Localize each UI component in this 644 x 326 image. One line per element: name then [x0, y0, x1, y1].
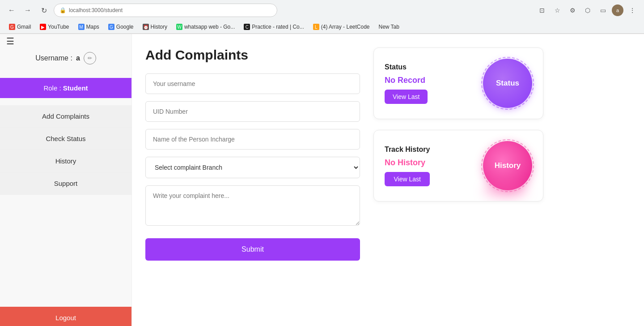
whatsapp-favicon: W — [176, 24, 182, 30]
maps-favicon: M — [78, 24, 85, 30]
bookmark-leetcode[interactable]: L (4) Array - LeetCode — [309, 22, 373, 31]
bookmark-history-label: History — [151, 24, 167, 30]
uid-input[interactable] — [145, 101, 360, 122]
history-no-history: No History — [385, 158, 430, 167]
app-container: Username : a ✏ Role : Student Add Compla… — [0, 34, 644, 326]
status-no-record: No Record — [385, 76, 428, 85]
bookmark-newtab-label: New Tab — [379, 24, 399, 30]
bookmark-practice[interactable]: C Practice - rated | Co... — [240, 22, 308, 31]
bookmark-google-label: Google — [116, 24, 134, 30]
branch-select[interactable]: Select complaint Branch Computer Science… — [145, 157, 360, 178]
status-circle: Status — [483, 59, 532, 108]
url-text: localhost:3000/student — [69, 7, 123, 13]
uid-field-group — [145, 101, 360, 122]
browser-chrome: ← → ↻ 🔒 localhost:3000/student ⊡ ☆ ⚙ ⬡ ▭… — [0, 0, 644, 34]
extension2-icon[interactable]: ⬡ — [581, 4, 594, 17]
sidebar-header: Username : a ✏ — [9, 47, 123, 78]
hamburger-menu[interactable]: ☰ — [6, 36, 14, 47]
status-section-label: Status — [385, 63, 428, 71]
forward-button[interactable]: → — [21, 4, 34, 17]
pencil-icon: ✏ — [88, 55, 92, 61]
bookmark-newtab[interactable]: New Tab — [375, 22, 403, 31]
history-favicon: ⏰ — [143, 24, 149, 30]
window-icon[interactable]: ▭ — [597, 4, 609, 17]
submit-button[interactable]: Submit — [145, 238, 360, 261]
form-section: Add Complaints Select complaint Branch C… — [145, 47, 360, 315]
nav-add-complaints[interactable]: Add Complaints — [0, 105, 131, 128]
role-label: Role : — [43, 84, 61, 92]
complaint-field-group — [145, 185, 360, 227]
status-view-last-button[interactable]: View Last — [385, 90, 428, 104]
bookmark-gmail[interactable]: G Gmail — [5, 22, 34, 31]
leetcode-favicon: L — [313, 24, 319, 30]
practice-favicon: C — [244, 24, 250, 30]
menu-icon[interactable]: ⋮ — [626, 4, 639, 17]
status-card: Status No Record View Last Status — [373, 47, 543, 119]
youtube-favicon: ▶ — [40, 24, 46, 30]
main-content: Add Complaints Select complaint Branch C… — [132, 34, 644, 326]
bookmark-practice-label: Practice - rated | Co... — [252, 24, 304, 30]
bookmark-icon[interactable]: ☆ — [551, 4, 564, 17]
username-input[interactable] — [145, 73, 360, 94]
sidebar: Username : a ✏ Role : Student Add Compla… — [0, 34, 132, 326]
history-section-label: Track History — [385, 146, 430, 154]
edit-username-button[interactable]: ✏ — [84, 52, 96, 64]
bookmark-whatsapp-label: whatsapp web - Go... — [184, 24, 235, 30]
username-field-group — [145, 73, 360, 94]
user-avatar[interactable]: a — [612, 4, 623, 16]
person-incharge-field-group — [145, 129, 360, 150]
cast-icon[interactable]: ⊡ — [536, 4, 548, 17]
branch-field-group: Select complaint Branch Computer Science… — [145, 157, 360, 178]
bookmark-leetcode-label: (4) Array - LeetCode — [321, 24, 370, 30]
bookmark-gmail-label: Gmail — [17, 24, 31, 30]
hamburger-icon: ☰ — [6, 36, 14, 46]
nav-check-status[interactable]: Check Status — [0, 128, 131, 150]
bookmark-maps-label: Maps — [86, 24, 99, 30]
address-bar[interactable]: 🔒 localhost:3000/student — [54, 4, 277, 17]
back-button[interactable]: ← — [5, 4, 18, 17]
bookmark-history[interactable]: ⏰ History — [139, 22, 171, 31]
history-view-last-button[interactable]: View Last — [385, 172, 430, 186]
browser-toolbar: ← → ↻ 🔒 localhost:3000/student ⊡ ☆ ⚙ ⬡ ▭… — [0, 0, 644, 21]
bookmark-youtube[interactable]: ▶ YouTube — [36, 22, 72, 31]
role-badge: Role : Student — [0, 78, 131, 98]
history-glow — [483, 181, 528, 199]
history-card: Track History No History View Last Histo… — [373, 130, 543, 202]
complaint-textarea[interactable] — [145, 185, 360, 226]
form-title: Add Complaints — [145, 47, 360, 63]
person-incharge-input[interactable] — [145, 129, 360, 150]
bookmark-youtube-label: YouTube — [48, 24, 69, 30]
history-card-left: Track History No History View Last — [385, 146, 430, 186]
gmail-favicon: G — [9, 24, 15, 30]
logout-button[interactable]: Logout — [0, 307, 131, 326]
google-favicon: G — [108, 24, 114, 30]
username-value: a — [76, 54, 80, 62]
bookmarks-bar: G Gmail ▶ YouTube M Maps G Google ⏰ Hist… — [0, 21, 644, 34]
refresh-button[interactable]: ↻ — [38, 4, 50, 17]
browser-icons: ⊡ ☆ ⚙ ⬡ ▭ a ⋮ — [536, 4, 639, 17]
role-value: Student — [63, 84, 88, 92]
bookmark-google[interactable]: G Google — [105, 22, 137, 31]
cards-section: Status No Record View Last Status Track … — [373, 47, 543, 315]
nav-support[interactable]: Support — [0, 172, 131, 195]
bookmark-maps[interactable]: M Maps — [75, 22, 103, 31]
extension-icon[interactable]: ⚙ — [566, 4, 579, 17]
nav-history[interactable]: History — [0, 150, 131, 172]
status-card-left: Status No Record View Last — [385, 63, 428, 104]
lock-icon: 🔒 — [59, 7, 66, 13]
bookmark-whatsapp[interactable]: W whatsapp web - Go... — [173, 22, 238, 31]
username-label: Username : — [35, 54, 72, 62]
